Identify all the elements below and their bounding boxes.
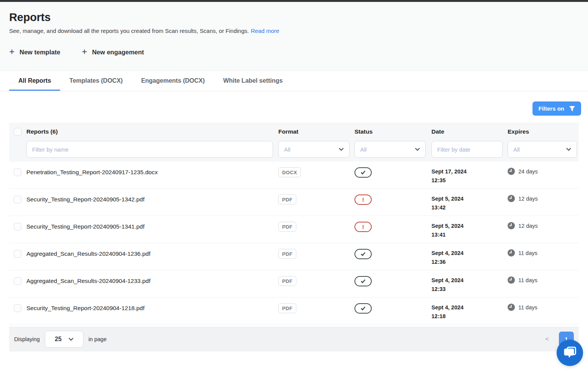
format-filter-value: All <box>284 146 291 153</box>
report-name[interactable]: Penetration_Testing_Report-20240917-1235… <box>26 167 278 176</box>
status-badge: ! <box>354 194 372 205</box>
error-icon: ! <box>362 224 364 230</box>
table-head: Reports (6) Format Status Date Expires A… <box>9 123 579 162</box>
check-icon <box>361 279 366 283</box>
expires-filter-value: All <box>513 146 520 153</box>
format-filter-select[interactable]: All <box>278 141 350 158</box>
chat-widget-button[interactable] <box>557 340 583 366</box>
page-header: Reports See, manage, and download all th… <box>0 2 588 71</box>
displaying-label: Displaying <box>14 336 40 342</box>
tab-label: Templates (DOCX) <box>69 77 122 84</box>
report-date-time: 13:42 <box>431 203 508 212</box>
in-page-label: in page <box>88 336 107 342</box>
previous-page-button[interactable]: < <box>544 334 550 345</box>
status-filter-value: All <box>360 146 367 153</box>
per-page-select[interactable]: 25 <box>45 331 83 348</box>
filter-by-date-input[interactable] <box>431 141 503 158</box>
new-engagement-button[interactable]: + New engagement <box>82 48 144 56</box>
column-header-format: Format <box>278 128 354 135</box>
filters-on-button[interactable]: Filters on <box>532 101 581 116</box>
table-row: Aggregated_Scan_Results-20240904-1236.pd… <box>9 243 579 270</box>
filters-on-label: Filters on <box>538 105 564 112</box>
tab-all-reports[interactable]: All Reports <box>9 71 60 91</box>
filter-funnel-icon <box>569 106 575 112</box>
report-expires: 11 days <box>508 249 579 257</box>
expires-days: 12 days <box>518 223 538 229</box>
format-badge: PDF <box>278 222 296 232</box>
column-header-reports: Reports (6) <box>26 128 278 135</box>
table-row: Security_Testing_Report-20240905-1342.pd… <box>9 189 579 216</box>
format-badge: PDF <box>278 303 296 313</box>
chevron-down-icon <box>415 148 420 151</box>
new-template-label: New template <box>20 49 60 56</box>
expires-days: 11 days <box>518 250 537 256</box>
row-checkbox[interactable] <box>14 196 21 203</box>
page-subtitle: See, manage, and download all the report… <box>9 28 579 34</box>
report-date-time: 13:41 <box>431 230 508 239</box>
report-date: Sept 4, 2024 12:18 <box>431 303 508 321</box>
report-expires: 11 days <box>508 276 579 284</box>
expires-days: 24 days <box>518 168 538 175</box>
clock-icon <box>508 304 515 311</box>
row-checkbox[interactable] <box>14 223 21 230</box>
tab-bar: All Reports Templates (DOCX) Engagements… <box>0 71 588 91</box>
select-all-checkbox[interactable] <box>14 128 21 136</box>
tab-label: Engagements (DOCX) <box>141 77 205 84</box>
row-checkbox[interactable] <box>14 277 21 285</box>
format-badge: PDF <box>278 276 296 286</box>
tab-engagements-docx[interactable]: Engagements (DOCX) <box>132 71 214 91</box>
status-badge: ! <box>354 222 372 232</box>
check-icon <box>361 306 366 311</box>
table-body: Penetration_Testing_Report-20240917-1235… <box>9 162 579 325</box>
format-badge: DOCX <box>278 167 301 177</box>
check-icon <box>361 252 366 256</box>
report-name[interactable]: Aggregated_Scan_Results-20240904-1233.pd… <box>26 276 278 284</box>
clock-icon <box>508 195 515 202</box>
read-more-link[interactable]: Read more <box>251 28 279 34</box>
reports-table: Reports (6) Format Status Date Expires A… <box>9 123 579 325</box>
chevron-down-icon <box>69 338 74 341</box>
report-name[interactable]: Security_Testing_Report-20240905-1341.pd… <box>26 222 278 230</box>
report-name[interactable]: Security_Testing_Report-20240905-1342.pd… <box>26 194 278 203</box>
report-expires: 11 days <box>508 303 579 311</box>
clock-icon <box>508 222 515 229</box>
row-checkbox[interactable] <box>14 168 21 176</box>
new-engagement-label: New engagement <box>92 49 144 56</box>
tab-templates-docx[interactable]: Templates (DOCX) <box>60 71 132 91</box>
chevron-down-icon <box>566 148 571 151</box>
report-date-time: 12:33 <box>431 285 508 294</box>
report-date: Sept 4, 2024 12:33 <box>431 276 508 294</box>
clock-icon <box>508 168 515 175</box>
table-head-labels: Reports (6) Format Status Date Expires <box>9 128 579 136</box>
expires-filter-select[interactable]: All <box>508 141 577 158</box>
expires-days: 11 days <box>518 277 537 283</box>
table-filter-row: All All All <box>9 136 579 162</box>
filters-row: Filters on <box>0 91 588 121</box>
new-template-button[interactable]: + New template <box>9 48 60 56</box>
report-name[interactable]: Aggregated_Scan_Results-20240904-1236.pd… <box>26 249 278 257</box>
tab-label: White Label settings <box>223 77 283 84</box>
expires-days: 12 days <box>518 196 538 202</box>
report-date-day: Sept 4, 2024 <box>431 249 508 258</box>
report-date-day: Sept 17, 2024 <box>431 167 508 176</box>
filter-by-name-input[interactable] <box>26 141 273 158</box>
row-checkbox[interactable] <box>14 304 21 312</box>
tab-white-label-settings[interactable]: White Label settings <box>214 71 292 91</box>
report-date-time: 12:35 <box>431 176 508 185</box>
format-badge: PDF <box>278 194 296 204</box>
plus-icon: + <box>9 47 15 56</box>
report-date: Sept 17, 2024 12:35 <box>431 167 508 185</box>
report-date: Sept 5, 2024 13:42 <box>431 194 508 212</box>
table-row: Aggregated_Scan_Results-20240904-1233.pd… <box>9 270 579 297</box>
row-checkbox[interactable] <box>14 250 21 258</box>
column-header-expires: Expires <box>508 128 579 135</box>
status-badge: ! <box>354 303 372 314</box>
column-header-date: Date <box>431 128 508 135</box>
status-badge: ! <box>354 249 372 259</box>
clock-icon <box>508 276 515 284</box>
error-icon: ! <box>362 197 364 203</box>
status-filter-select[interactable]: All <box>354 141 426 158</box>
report-name[interactable]: Security_Testing_Report-20240904-1218.pd… <box>26 303 278 312</box>
report-expires: 12 days <box>508 194 579 202</box>
report-date: Sept 4, 2024 12:36 <box>431 249 508 266</box>
